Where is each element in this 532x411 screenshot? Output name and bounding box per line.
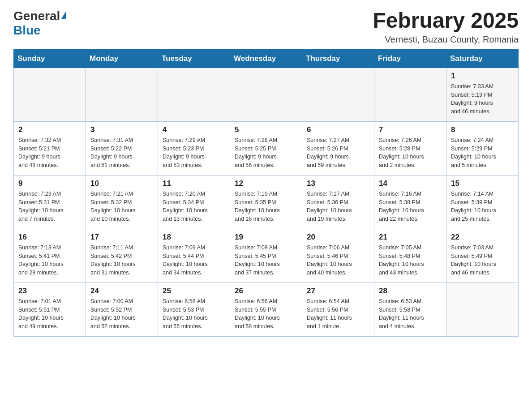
calendar-cell: 25Sunrise: 6:58 AM Sunset: 5:53 PM Dayli… (158, 283, 230, 336)
day-number: 13 (307, 179, 369, 188)
day-number: 23 (18, 287, 81, 295)
calendar-header-monday: Monday (86, 49, 158, 68)
day-number: 14 (379, 179, 442, 188)
calendar-cell: 26Sunrise: 6:56 AM Sunset: 5:55 PM Dayli… (230, 283, 302, 336)
day-number: 9 (18, 179, 81, 188)
day-info: Sunrise: 7:19 AM Sunset: 5:35 PM Dayligh… (235, 190, 297, 223)
day-number: 17 (90, 233, 153, 242)
title-section: February 2025 Vernesti, Buzau County, Ro… (373, 9, 519, 45)
day-number: 25 (163, 287, 225, 295)
day-number: 8 (451, 125, 514, 134)
calendar-cell: 24Sunrise: 7:00 AM Sunset: 5:52 PM Dayli… (86, 283, 158, 336)
day-info: Sunrise: 6:56 AM Sunset: 5:55 PM Dayligh… (235, 297, 297, 331)
calendar-week-row: 2Sunrise: 7:32 AM Sunset: 5:21 PM Daylig… (14, 121, 519, 175)
calendar-week-row: 9Sunrise: 7:23 AM Sunset: 5:31 PM Daylig… (14, 175, 519, 229)
day-info: Sunrise: 6:54 AM Sunset: 5:56 PM Dayligh… (307, 297, 369, 331)
day-info: Sunrise: 6:58 AM Sunset: 5:53 PM Dayligh… (163, 297, 225, 331)
calendar-cell: 27Sunrise: 6:54 AM Sunset: 5:56 PM Dayli… (302, 283, 374, 336)
day-number: 26 (235, 287, 297, 295)
calendar-cell (302, 68, 374, 121)
day-info: Sunrise: 7:00 AM Sunset: 5:52 PM Dayligh… (90, 297, 153, 331)
day-number: 11 (163, 179, 225, 188)
day-number: 21 (379, 233, 442, 242)
day-info: Sunrise: 7:31 AM Sunset: 5:22 PM Dayligh… (90, 136, 153, 170)
location-title: Vernesti, Buzau County, Romania (373, 34, 519, 45)
calendar-table: SundayMondayTuesdayWednesdayThursdayFrid… (13, 49, 519, 337)
calendar-week-row: 1Sunrise: 7:33 AM Sunset: 5:19 PM Daylig… (14, 68, 519, 121)
calendar-header-friday: Friday (374, 49, 446, 68)
day-info: Sunrise: 7:26 AM Sunset: 5:28 PM Dayligh… (379, 136, 442, 170)
day-number: 7 (379, 125, 442, 134)
calendar-cell: 9Sunrise: 7:23 AM Sunset: 5:31 PM Daylig… (14, 175, 86, 229)
day-info: Sunrise: 7:23 AM Sunset: 5:31 PM Dayligh… (18, 190, 81, 223)
day-info: Sunrise: 6:53 AM Sunset: 5:58 PM Dayligh… (379, 297, 442, 331)
calendar-cell: 15Sunrise: 7:14 AM Sunset: 5:39 PM Dayli… (446, 175, 519, 229)
logo-blue-text: Blue (13, 23, 41, 37)
calendar-cell: 16Sunrise: 7:13 AM Sunset: 5:41 PM Dayli… (14, 229, 86, 283)
day-number: 27 (307, 287, 369, 295)
calendar-cell: 20Sunrise: 7:06 AM Sunset: 5:46 PM Dayli… (302, 229, 374, 283)
calendar-cell: 3Sunrise: 7:31 AM Sunset: 5:22 PM Daylig… (86, 121, 158, 175)
calendar-cell: 11Sunrise: 7:20 AM Sunset: 5:34 PM Dayli… (158, 175, 230, 229)
calendar-cell: 13Sunrise: 7:17 AM Sunset: 5:36 PM Dayli… (302, 175, 374, 229)
logo-general-text: General (13, 9, 60, 23)
calendar-cell: 18Sunrise: 7:09 AM Sunset: 5:44 PM Dayli… (158, 229, 230, 283)
day-info: Sunrise: 7:17 AM Sunset: 5:36 PM Dayligh… (307, 190, 369, 223)
day-number: 4 (163, 125, 225, 134)
calendar-cell: 8Sunrise: 7:24 AM Sunset: 5:29 PM Daylig… (446, 121, 519, 175)
day-number: 3 (90, 125, 153, 134)
day-info: Sunrise: 7:21 AM Sunset: 5:32 PM Dayligh… (90, 190, 153, 223)
day-number: 6 (307, 125, 369, 134)
logo-triangle-icon (61, 11, 66, 19)
day-info: Sunrise: 7:06 AM Sunset: 5:46 PM Dayligh… (307, 244, 369, 277)
day-number: 18 (163, 233, 225, 242)
calendar-cell: 14Sunrise: 7:16 AM Sunset: 5:38 PM Dayli… (374, 175, 446, 229)
calendar-cell (446, 283, 519, 336)
calendar-cell: 2Sunrise: 7:32 AM Sunset: 5:21 PM Daylig… (14, 121, 86, 175)
calendar-cell: 21Sunrise: 7:05 AM Sunset: 5:48 PM Dayli… (374, 229, 446, 283)
day-info: Sunrise: 7:33 AM Sunset: 5:19 PM Dayligh… (451, 82, 514, 116)
calendar-cell: 19Sunrise: 7:08 AM Sunset: 5:45 PM Dayli… (230, 229, 302, 283)
day-number: 19 (235, 233, 297, 242)
logo: General Blue (13, 9, 66, 38)
page-header: General Blue February 2025 Vernesti, Buz… (13, 9, 519, 45)
day-info: Sunrise: 7:08 AM Sunset: 5:45 PM Dayligh… (235, 244, 297, 277)
calendar-cell (158, 68, 230, 121)
day-info: Sunrise: 7:03 AM Sunset: 5:49 PM Dayligh… (451, 244, 514, 277)
month-title: February 2025 (373, 9, 519, 33)
day-info: Sunrise: 7:28 AM Sunset: 5:25 PM Dayligh… (235, 136, 297, 170)
calendar-cell: 23Sunrise: 7:01 AM Sunset: 5:51 PM Dayli… (14, 283, 86, 336)
calendar-cell (86, 68, 158, 121)
calendar-cell: 10Sunrise: 7:21 AM Sunset: 5:32 PM Dayli… (86, 175, 158, 229)
calendar-cell: 7Sunrise: 7:26 AM Sunset: 5:28 PM Daylig… (374, 121, 446, 175)
calendar-header-sunday: Sunday (14, 49, 86, 68)
day-info: Sunrise: 7:29 AM Sunset: 5:23 PM Dayligh… (163, 136, 225, 170)
calendar-cell: 5Sunrise: 7:28 AM Sunset: 5:25 PM Daylig… (230, 121, 302, 175)
calendar-cell (14, 68, 86, 121)
day-number: 24 (90, 287, 153, 295)
calendar-header-row: SundayMondayTuesdayWednesdayThursdayFrid… (14, 49, 519, 68)
calendar-week-row: 23Sunrise: 7:01 AM Sunset: 5:51 PM Dayli… (14, 283, 519, 336)
day-number: 10 (90, 179, 153, 188)
calendar-cell: 6Sunrise: 7:27 AM Sunset: 5:26 PM Daylig… (302, 121, 374, 175)
day-info: Sunrise: 7:32 AM Sunset: 5:21 PM Dayligh… (18, 136, 81, 170)
day-info: Sunrise: 7:20 AM Sunset: 5:34 PM Dayligh… (163, 190, 225, 223)
calendar-cell: 12Sunrise: 7:19 AM Sunset: 5:35 PM Dayli… (230, 175, 302, 229)
day-number: 16 (18, 233, 81, 242)
day-number: 22 (451, 233, 514, 242)
day-number: 5 (235, 125, 297, 134)
calendar-cell: 1Sunrise: 7:33 AM Sunset: 5:19 PM Daylig… (446, 68, 519, 121)
calendar-cell: 4Sunrise: 7:29 AM Sunset: 5:23 PM Daylig… (158, 121, 230, 175)
day-info: Sunrise: 7:11 AM Sunset: 5:42 PM Dayligh… (90, 244, 153, 277)
day-number: 2 (18, 125, 81, 134)
calendar-cell (374, 68, 446, 121)
calendar-header-tuesday: Tuesday (158, 49, 230, 68)
day-info: Sunrise: 7:05 AM Sunset: 5:48 PM Dayligh… (379, 244, 442, 277)
calendar-header-wednesday: Wednesday (230, 49, 302, 68)
day-info: Sunrise: 7:16 AM Sunset: 5:38 PM Dayligh… (379, 190, 442, 223)
calendar-week-row: 16Sunrise: 7:13 AM Sunset: 5:41 PM Dayli… (14, 229, 519, 283)
day-info: Sunrise: 7:01 AM Sunset: 5:51 PM Dayligh… (18, 297, 81, 331)
day-number: 1 (451, 72, 514, 81)
day-number: 28 (379, 287, 442, 295)
calendar-header-thursday: Thursday (302, 49, 374, 68)
